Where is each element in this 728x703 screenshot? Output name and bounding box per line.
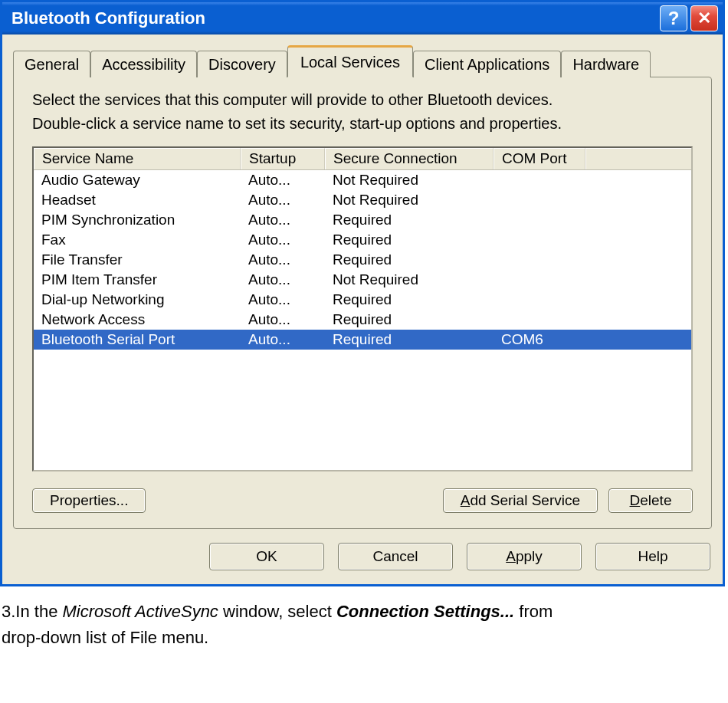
col-header-startup[interactable]: Startup bbox=[241, 148, 325, 169]
service-port-cell bbox=[498, 250, 590, 270]
service-row[interactable]: Network AccessAuto...Required bbox=[34, 310, 691, 330]
service-row[interactable]: HeadsetAuto...Not Required bbox=[34, 190, 691, 210]
service-port-cell bbox=[498, 170, 590, 190]
service-startup-cell: Auto... bbox=[245, 230, 330, 250]
caption-suffix1: from bbox=[514, 602, 553, 621]
service-port-cell bbox=[498, 210, 590, 230]
tab-discovery[interactable]: Discovery bbox=[197, 51, 287, 77]
service-secure-cell: Not Required bbox=[330, 270, 498, 290]
service-secure-cell: Required bbox=[330, 230, 498, 250]
tab-general[interactable]: General bbox=[13, 51, 90, 77]
panel-buttons-row: Properties... Add Serial Service Delete bbox=[32, 488, 693, 513]
service-name-cell: Network Access bbox=[38, 310, 245, 330]
titlebar-buttons: ? ✕ bbox=[660, 5, 718, 31]
add-serial-service-button[interactable]: Add Serial Service bbox=[443, 488, 598, 513]
tabs-container: General Accessibility Discovery Local Se… bbox=[2, 34, 723, 529]
caption-mid: window, select bbox=[218, 602, 336, 621]
service-startup-cell: Auto... bbox=[245, 330, 330, 350]
titlebar: Bluetooth Configuration ? ✕ bbox=[2, 2, 723, 34]
col-header-filler bbox=[585, 148, 691, 169]
listview-header: Service Name Startup Secure Connection C… bbox=[34, 148, 691, 170]
service-row[interactable]: Audio GatewayAuto...Not Required bbox=[34, 170, 691, 190]
delete-button[interactable]: Delete bbox=[608, 488, 693, 513]
service-port-cell: COM6 bbox=[498, 330, 590, 350]
service-port-cell bbox=[498, 230, 590, 250]
tab-panel: Select the services that this computer w… bbox=[13, 77, 712, 529]
listview-body: Audio GatewayAuto...Not RequiredHeadsetA… bbox=[34, 170, 691, 350]
caption-prefix: 3.In the bbox=[2, 602, 63, 621]
tabstrip: General Accessibility Discovery Local Se… bbox=[13, 45, 712, 77]
tab-client-applications[interactable]: Client Applications bbox=[413, 51, 561, 77]
service-row[interactable]: Bluetooth Serial PortAuto...RequiredCOM6 bbox=[34, 330, 691, 350]
service-port-cell bbox=[498, 310, 590, 330]
caption-italic: Microsoft ActiveSync bbox=[63, 602, 218, 621]
service-port-cell bbox=[498, 290, 590, 310]
service-secure-cell: Required bbox=[330, 310, 498, 330]
col-header-com-port[interactable]: COM Port bbox=[494, 148, 585, 169]
service-secure-cell: Required bbox=[330, 330, 498, 350]
cancel-button[interactable]: Cancel bbox=[338, 543, 453, 570]
service-row[interactable]: PIM Item TransferAuto...Not Required bbox=[34, 270, 691, 290]
service-name-cell: Fax bbox=[38, 230, 245, 250]
dialog-window: Bluetooth Configuration ? ✕ General Acce… bbox=[0, 0, 725, 586]
ok-button[interactable]: OK bbox=[209, 543, 324, 570]
caption-bold: Connection Settings... bbox=[336, 602, 514, 621]
apply-button[interactable]: Apply bbox=[467, 543, 582, 570]
service-startup-cell: Auto... bbox=[245, 250, 330, 270]
dialog-buttons-row: OK Cancel Apply Help bbox=[2, 529, 723, 584]
service-startup-cell: Auto... bbox=[245, 310, 330, 330]
instruction-text-1: Select the services that this computer w… bbox=[32, 91, 693, 109]
properties-button[interactable]: Properties... bbox=[32, 488, 146, 513]
tab-hardware[interactable]: Hardware bbox=[561, 51, 651, 77]
service-name-cell: Headset bbox=[38, 190, 245, 210]
col-header-service-name[interactable]: Service Name bbox=[34, 148, 241, 169]
service-secure-cell: Not Required bbox=[330, 170, 498, 190]
service-row[interactable]: Dial-up NetworkingAuto...Required bbox=[34, 290, 691, 310]
service-name-cell: PIM Synchronization bbox=[38, 210, 245, 230]
service-port-cell bbox=[498, 190, 590, 210]
help-button[interactable]: Help bbox=[595, 543, 710, 570]
services-listview[interactable]: Service Name Startup Secure Connection C… bbox=[32, 146, 693, 471]
service-secure-cell: Required bbox=[330, 250, 498, 270]
service-secure-cell: Not Required bbox=[330, 190, 498, 210]
service-port-cell bbox=[498, 270, 590, 290]
help-icon[interactable]: ? bbox=[660, 5, 687, 31]
service-secure-cell: Required bbox=[330, 290, 498, 310]
window-title: Bluetooth Configuration bbox=[11, 8, 205, 28]
instruction-text-2: Double-click a service name to set its s… bbox=[32, 115, 693, 133]
service-row[interactable]: FaxAuto...Required bbox=[34, 230, 691, 250]
caption-text: 3.In the Microsoft ActiveSync window, se… bbox=[2, 599, 726, 651]
caption-suffix2: drop-down list of File menu. bbox=[2, 628, 208, 647]
service-startup-cell: Auto... bbox=[245, 270, 330, 290]
service-startup-cell: Auto... bbox=[245, 190, 330, 210]
service-secure-cell: Required bbox=[330, 210, 498, 230]
service-name-cell: Bluetooth Serial Port bbox=[38, 330, 245, 350]
service-row[interactable]: PIM SynchronizationAuto...Required bbox=[34, 210, 691, 230]
service-name-cell: PIM Item Transfer bbox=[38, 270, 245, 290]
tab-local-services[interactable]: Local Services bbox=[287, 45, 413, 77]
service-row[interactable]: File TransferAuto...Required bbox=[34, 250, 691, 270]
col-header-secure-connection[interactable]: Secure Connection bbox=[325, 148, 494, 169]
close-icon[interactable]: ✕ bbox=[690, 5, 718, 31]
service-startup-cell: Auto... bbox=[245, 170, 330, 190]
tab-accessibility[interactable]: Accessibility bbox=[90, 51, 197, 77]
service-startup-cell: Auto... bbox=[245, 290, 330, 310]
service-name-cell: Dial-up Networking bbox=[38, 290, 245, 310]
service-startup-cell: Auto... bbox=[245, 210, 330, 230]
service-name-cell: File Transfer bbox=[38, 250, 245, 270]
service-name-cell: Audio Gateway bbox=[38, 170, 245, 190]
